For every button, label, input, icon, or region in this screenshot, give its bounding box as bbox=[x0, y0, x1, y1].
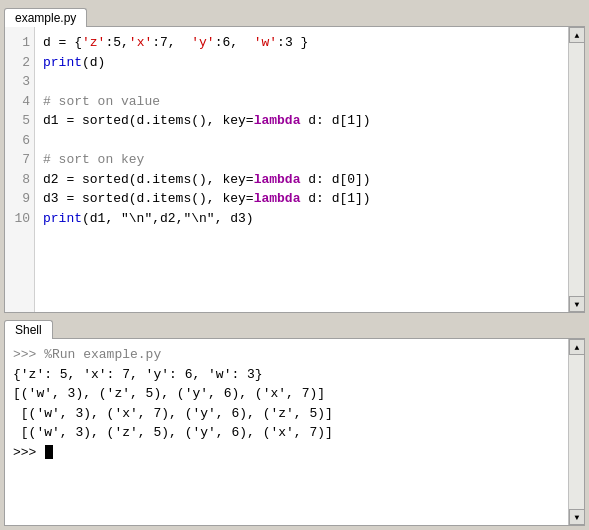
code-token: # sort on key bbox=[43, 152, 144, 167]
code-token: :6, bbox=[215, 35, 254, 50]
code-token: 'w' bbox=[254, 35, 277, 50]
code-token: # sort on value bbox=[43, 94, 160, 109]
shell-prompt-line[interactable]: >>> bbox=[13, 443, 560, 463]
code-token: 'y' bbox=[191, 35, 214, 50]
line-number: 9 bbox=[9, 189, 30, 209]
shell-section: Shell >>> %Run example.py{'z': 5, 'x': 7… bbox=[4, 316, 585, 526]
line-number: 5 bbox=[9, 111, 30, 131]
line-number: 8 bbox=[9, 170, 30, 190]
shell-scroll-up-button[interactable]: ▲ bbox=[569, 339, 585, 355]
line-number: 3 bbox=[9, 72, 30, 92]
code-token: d1 = sorted(d.items(), key= bbox=[43, 113, 254, 128]
editor-tab-bar: example.py bbox=[4, 4, 585, 26]
code-line: d2 = sorted(d.items(), key=lambda d: d[0… bbox=[43, 170, 560, 190]
shell-output-line: [('w', 3), ('x', 7), ('y', 6), ('z', 5)] bbox=[13, 404, 560, 424]
code-token: :3 } bbox=[277, 35, 308, 50]
code-token: 'z' bbox=[82, 35, 105, 50]
line-number: 1 bbox=[9, 33, 30, 53]
code-token: :7, bbox=[152, 35, 191, 50]
editor-panel: 12345678910 d = {'z':5,'x':7, 'y':6, 'w'… bbox=[4, 26, 585, 313]
main-container: example.py 12345678910 d = {'z':5,'x':7,… bbox=[0, 0, 589, 530]
code-area[interactable]: d = {'z':5,'x':7, 'y':6, 'w':3 }print(d)… bbox=[35, 27, 568, 312]
code-token: d = { bbox=[43, 35, 82, 50]
line-number: 7 bbox=[9, 150, 30, 170]
code-token: 'x' bbox=[129, 35, 152, 50]
code-token: (d1, "\n",d2,"\n", d3) bbox=[82, 211, 254, 226]
code-token: :5, bbox=[105, 35, 128, 50]
shell-tab[interactable]: Shell bbox=[4, 320, 53, 339]
shell-cursor bbox=[45, 445, 53, 459]
shell-run-command: >>> %Run example.py bbox=[13, 345, 560, 365]
code-token: d2 = sorted(d.items(), key= bbox=[43, 172, 254, 187]
code-token: d: d[1]) bbox=[300, 191, 370, 206]
code-line: # sort on value bbox=[43, 92, 560, 112]
scroll-down-button[interactable]: ▼ bbox=[569, 296, 585, 312]
shell-scroll-down-button[interactable]: ▼ bbox=[569, 509, 585, 525]
shell-output-line: [('w', 3), ('z', 5), ('y', 6), ('x', 7)] bbox=[13, 423, 560, 443]
code-line bbox=[43, 131, 560, 151]
code-token: d3 = sorted(d.items(), key= bbox=[43, 191, 254, 206]
code-token: lambda bbox=[254, 172, 301, 187]
shell-scroll-track[interactable] bbox=[569, 355, 584, 509]
code-line: d3 = sorted(d.items(), key=lambda d: d[1… bbox=[43, 189, 560, 209]
shell-panel: >>> %Run example.py{'z': 5, 'x': 7, 'y':… bbox=[4, 338, 585, 526]
code-token: lambda bbox=[254, 191, 301, 206]
editor-section: example.py 12345678910 d = {'z':5,'x':7,… bbox=[4, 4, 585, 313]
shell-scrollbar[interactable]: ▲ ▼ bbox=[568, 339, 584, 525]
line-number: 6 bbox=[9, 131, 30, 151]
editor-scrollbar[interactable]: ▲ ▼ bbox=[568, 27, 584, 312]
line-number: 4 bbox=[9, 92, 30, 112]
line-number: 2 bbox=[9, 53, 30, 73]
shell-content[interactable]: >>> %Run example.py{'z': 5, 'x': 7, 'y':… bbox=[5, 339, 568, 525]
code-token: print bbox=[43, 55, 82, 70]
code-token: d: d[0]) bbox=[300, 172, 370, 187]
shell-output-line: [('w', 3), ('z', 5), ('y', 6), ('x', 7)] bbox=[13, 384, 560, 404]
shell-tab-bar: Shell bbox=[4, 316, 585, 338]
shell-prompt: >>> bbox=[13, 443, 44, 463]
code-token: print bbox=[43, 211, 82, 226]
code-line: print(d1, "\n",d2,"\n", d3) bbox=[43, 209, 560, 229]
code-line: d1 = sorted(d.items(), key=lambda d: d[1… bbox=[43, 111, 560, 131]
code-token: (d) bbox=[82, 55, 105, 70]
code-line: # sort on key bbox=[43, 150, 560, 170]
scroll-up-button[interactable]: ▲ bbox=[569, 27, 585, 43]
code-line bbox=[43, 72, 560, 92]
code-token: d: d[1]) bbox=[300, 113, 370, 128]
editor-tab[interactable]: example.py bbox=[4, 8, 87, 27]
line-numbers: 12345678910 bbox=[5, 27, 35, 312]
scroll-track[interactable] bbox=[569, 43, 584, 296]
code-line: d = {'z':5,'x':7, 'y':6, 'w':3 } bbox=[43, 33, 560, 53]
code-token: lambda bbox=[254, 113, 301, 128]
shell-output-line: {'z': 5, 'x': 7, 'y': 6, 'w': 3} bbox=[13, 365, 560, 385]
line-number: 10 bbox=[9, 209, 30, 229]
code-line: print(d) bbox=[43, 53, 560, 73]
